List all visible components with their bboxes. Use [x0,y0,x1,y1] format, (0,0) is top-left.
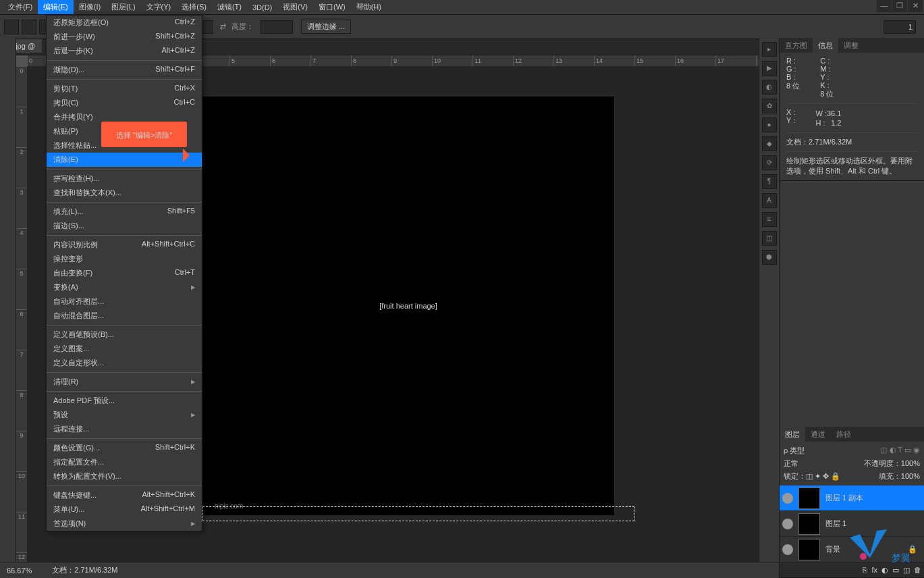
menu-item[interactable]: 键盘快捷键...Alt+Shift+Ctrl+K [47,488,202,502]
info-doc: 文档：2.71M/6.32M [786,132,917,147]
ruler-vertical: 0123456789101112131415161718192021222324… [16,66,27,562]
layers-tab[interactable]: 图层 [780,427,805,442]
panel-icon[interactable]: ⟳ [762,155,777,170]
opt-number[interactable]: 1 [884,20,916,34]
channels-tab[interactable]: 通道 [805,427,831,442]
menu-item: 自动对齐图层... [47,294,202,309]
menu-选择(S)[interactable]: 选择(S) [176,0,212,14]
canvas[interactable]: [fruit heart image] nipic.com [202,97,614,515]
minimize-button[interactable]: — [877,0,892,12]
menu-item[interactable]: 自由变换(F)Ctrl+T [47,266,202,280]
menu-item[interactable]: 前进一步(W)Shift+Ctrl+Z [47,30,202,44]
window-controls: — ❐ ✕ [876,0,923,12]
menu-图层(L)[interactable]: 图层(L) [106,0,140,14]
panel-icon[interactable]: ◫ [762,231,777,246]
menu-滤镜(T)[interactable]: 滤镜(T) [212,0,247,14]
info-tab[interactable]: 信息 [813,38,838,53]
menu-item[interactable]: 颜色设置(G)...Shift+Ctrl+K [47,441,202,455]
histogram-tab[interactable]: 直方图 [780,38,813,53]
layer-thumb[interactable] [798,539,820,560]
menu-item[interactable]: 首选项(N) [47,517,202,531]
info-y: Y : [820,73,834,81]
layer-name: 图层 1 副本 [825,493,863,503]
height-input[interactable] [261,20,293,34]
new-layer-icon[interactable]: ◫ [903,566,910,575]
menu-item[interactable]: 变换(A) [47,280,202,294]
menu-窗口(W)[interactable]: 窗口(W) [313,0,351,14]
zoom-level[interactable]: 66.67% [7,567,32,575]
panel-icon[interactable]: ⬢ [762,250,777,265]
trash-icon[interactable]: 🗑 [914,566,921,574]
menu-item[interactable]: 内容识别比例Alt+Shift+Ctrl+C [47,238,202,252]
link-icon[interactable]: ⎘ [863,566,867,574]
info-x: X : [786,108,795,116]
menu-item[interactable]: 转换为配置文件(V)... [47,469,202,483]
menu-item[interactable]: 定义图案... [47,342,202,356]
menu-3D(D)[interactable]: 3D(D) [247,1,277,14]
panel-icon[interactable]: ◆ [762,136,777,151]
menu-文件(F)[interactable]: 文件(F) [3,0,38,14]
layer-kind-select[interactable]: ρ 类型 [784,446,831,456]
fx-icon[interactable]: fx [871,566,877,574]
panel-icon[interactable]: ● [762,117,777,132]
menu-item[interactable]: 指定配置文件... [47,455,202,469]
panel-icon[interactable]: ≡ [762,212,777,227]
selection-marquee [202,506,634,521]
panel-icon[interactable]: ▸ [762,42,777,57]
menu-item[interactable]: 后退一步(K)Alt+Ctrl+Z [47,44,202,58]
layer-thumb[interactable] [798,488,820,509]
panel-icon[interactable]: ✿ [762,99,777,113]
layers-footer: ⎘ fx ◐ ▭ ◫ 🗑 [780,562,924,577]
visibility-icon[interactable] [782,519,793,529]
close-button[interactable]: ✕ [908,0,923,12]
selection-mode-new[interactable] [4,20,19,34]
selection-mode-add[interactable] [22,20,36,34]
menu-item[interactable]: 清理(R) [47,375,202,389]
mask-icon[interactable]: ◐ [881,566,888,575]
menu-item[interactable]: 菜单(U)...Alt+Shift+Ctrl+M [47,502,202,517]
refine-edge-button[interactable]: 调整边缘 ... [301,20,351,34]
info-hint: 绘制矩形选区或移动选区外框。要用附 选项，使用 Shift、Alt 和 Ctrl… [786,151,917,176]
canvas-image-placeholder: [fruit heart image] [379,302,437,310]
paths-tab[interactable]: 路径 [831,427,857,442]
menu-图像(I)[interactable]: 图像(I) [74,0,106,14]
menu-item[interactable]: 预设 [47,408,202,422]
toolbar[interactable] [0,38,16,578]
info-m: M : [820,65,834,73]
group-icon[interactable]: ▭ [892,566,899,575]
menu-item[interactable]: 还原矩形选框(O)Ctrl+Z [47,16,202,30]
blend-mode-select[interactable]: 正常 [784,458,840,469]
menu-item[interactable]: 描边(S)... [47,219,202,233]
menu-文字(Y)[interactable]: 文字(Y) [141,0,177,14]
menu-编辑(E)[interactable]: 编辑(E) [38,0,74,14]
menu-item[interactable]: 剪切(T)Ctrl+X [47,82,202,96]
panel-icon[interactable]: ¶ [762,174,777,189]
visibility-icon[interactable] [782,544,793,555]
info-c: C : [820,57,834,65]
layer-thumb[interactable] [798,513,820,535]
info-k: K : [820,81,834,89]
maximize-button[interactable]: ❐ [892,0,907,12]
menu-item[interactable]: 清除(E) [47,153,202,167]
layer-row[interactable]: 图层 1 副本 [780,485,924,511]
height-label: 高度： [232,22,254,32]
tooltip-text: 选择 "编辑>清除" [116,131,172,139]
panel-icon[interactable]: ◐ [762,80,777,95]
status-bar: 66.67% 文档：2.71M/6.32M [0,562,779,578]
status-doc: 文档：2.71M/6.32M [52,565,117,575]
swap-icon[interactable]: ⇄ [220,22,226,31]
menu-视图(V)[interactable]: 视图(V) [277,0,313,14]
panel-icon[interactable]: ▶ [762,61,777,76]
menu-item[interactable]: 操控变形 [47,252,202,266]
menu-帮助(H)[interactable]: 帮助(H) [351,0,387,14]
panel-icon[interactable]: A [762,193,777,208]
right-panels: 直方图 信息 调整 R : G : B : 8 位 C : M : Y : K … [779,38,924,578]
menu-item[interactable]: 填充(L)...Shift+F5 [47,205,202,219]
menu-item[interactable]: 拷贝(C)Ctrl+C [47,96,202,110]
menu-item: 自动混合图层... [47,309,202,323]
visibility-icon[interactable] [782,493,793,504]
menu-item[interactable]: 远程连接... [47,422,202,436]
menu-item[interactable]: 定义画笔预设(B)... [47,327,202,342]
menu-item[interactable]: Adobe PDF 预设... [47,394,202,408]
adjust-tab[interactable]: 调整 [838,38,864,53]
